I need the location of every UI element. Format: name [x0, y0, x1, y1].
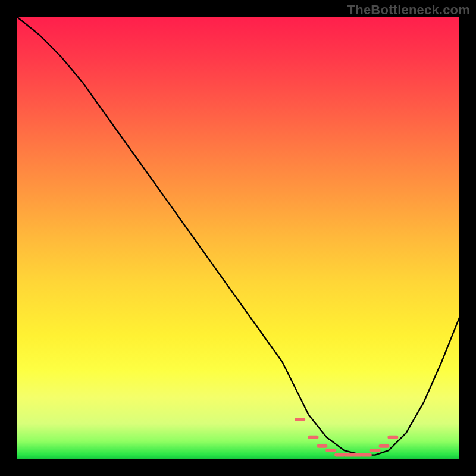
plot-area [17, 17, 459, 459]
optimal-range-markers [296, 419, 396, 455]
watermark-text: TheBottleneck.com [347, 2, 470, 18]
curve-layer [17, 17, 459, 459]
bottleneck-curve [17, 17, 459, 455]
chart-canvas: TheBottleneck.com [0, 0, 476, 476]
